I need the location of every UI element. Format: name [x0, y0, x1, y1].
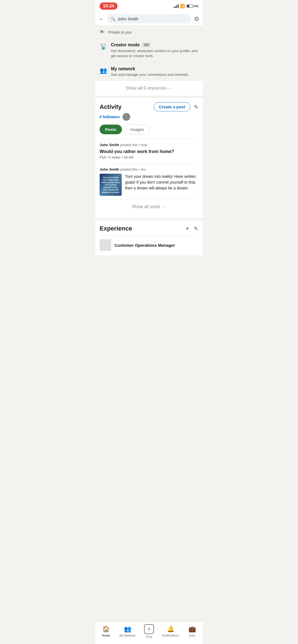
post-meta-1: John Smith posted this • now — [100, 143, 198, 147]
show-all-posts-button[interactable]: Show all posts → — [100, 200, 198, 214]
create-post-button[interactable]: Create a post — [154, 102, 190, 111]
post-item-1: John Smith posted this • now Would you r… — [100, 139, 198, 163]
status-icons: 📶 41 — [174, 4, 198, 8]
creator-title-row: Creator mode Off — [111, 42, 198, 47]
post-meta-2: John Smith posted this • 4m — [100, 167, 198, 171]
posts-tab[interactable]: Posts — [100, 125, 122, 134]
experience-add-icon[interactable]: + — [185, 225, 189, 232]
search-icon: 🔍 — [111, 17, 115, 21]
post-author-1: John Smith — [100, 143, 119, 147]
post-item-2: John Smith posted this • 4m Turn your dr… — [100, 163, 198, 200]
creator-mode-title: Creator mode — [111, 42, 140, 47]
network-title: My network — [111, 66, 189, 71]
job-preview: Customer Operations Manager — [100, 236, 198, 251]
experience-section: Experience + ✎ Customer Operations Manag… — [95, 220, 203, 255]
search-input-wrapper[interactable]: 🔍 John Smith — [107, 14, 191, 23]
creator-mode-icon: 📡 — [100, 43, 107, 50]
post-text-2: Turn your dream into reality! Have writt… — [125, 174, 198, 191]
creator-mode-badge: Off — [142, 42, 151, 47]
eye-icon: 👁 — [100, 29, 105, 35]
activity-header-right: Create a post ✎ — [154, 102, 198, 111]
activity-title: Activity — [100, 103, 121, 111]
experience-title: Experience — [100, 225, 132, 232]
back-button[interactable]: ← — [99, 16, 104, 22]
private-row: 👁 Private to you — [95, 26, 203, 39]
my-network-row[interactable]: 👥 My network See and manage your connect… — [95, 63, 203, 81]
images-tab[interactable]: Images — [125, 125, 150, 134]
experience-header: Experience + ✎ — [100, 225, 198, 232]
post-thumbnail-2: Turn your dream into reality! Have writt… — [100, 174, 122, 196]
activity-tabs: Posts Images — [100, 125, 198, 134]
wifi-icon: 📶 — [180, 4, 185, 8]
status-bar: 10:24 📶 41 — [95, 0, 203, 12]
activity-header: Activity Create a post ✎ — [100, 102, 198, 111]
settings-icon[interactable]: ⚙ — [194, 15, 199, 23]
creator-mode-description: Get discovered, showcase content on your… — [111, 49, 198, 58]
experience-edit-icon[interactable]: ✎ — [194, 225, 198, 232]
search-input[interactable]: John Smith — [118, 17, 138, 21]
network-description: See and manage your connections and inte… — [111, 73, 189, 77]
battery-icon: 41 — [187, 4, 198, 8]
followers-link[interactable]: 0 followers — [100, 115, 120, 119]
job-title: Customer Operations Manager — [115, 243, 175, 248]
company-logo — [100, 239, 111, 251]
thumbnail-text: Turn your dream into reality! Have writt… — [101, 176, 120, 194]
signal-icon — [174, 4, 179, 8]
post-with-image-2: Turn your dream into reality! Have writt… — [100, 174, 198, 196]
post-subtitle-1: Poll • 0 votes • 3d left — [100, 155, 198, 159]
post-action-2: posted this • 4m — [120, 167, 146, 171]
activity-edit-icon[interactable]: ✎ — [194, 104, 198, 110]
creator-mode-content: Creator mode Off Get discovered, showcas… — [111, 42, 198, 58]
show-resources-button[interactable]: Show all 5 resources → — [95, 81, 203, 98]
post-author-2: John Smith — [100, 167, 119, 171]
show-resources-label: Show all 5 resources → — [126, 86, 172, 91]
avatar-placeholder — [123, 113, 130, 121]
post-title-1: Would you rather work from home? — [100, 149, 198, 154]
experience-icons: + ✎ — [185, 225, 198, 232]
network-icon: 👥 — [100, 67, 107, 74]
status-time: 10:24 — [100, 2, 118, 10]
followers-row: 0 followers — [100, 113, 198, 121]
private-text: Private to you — [108, 30, 132, 34]
search-bar: ← 🔍 John Smith ⚙ — [95, 12, 203, 26]
activity-section: Activity Create a post ✎ 0 followers Pos… — [95, 98, 203, 220]
post-action-1: posted this • now — [120, 143, 147, 147]
network-content: My network See and manage your connectio… — [111, 66, 189, 77]
show-all-posts-label: Show all posts → — [132, 204, 166, 209]
creator-mode-row[interactable]: 📡 Creator mode Off Get discovered, showc… — [95, 39, 203, 63]
